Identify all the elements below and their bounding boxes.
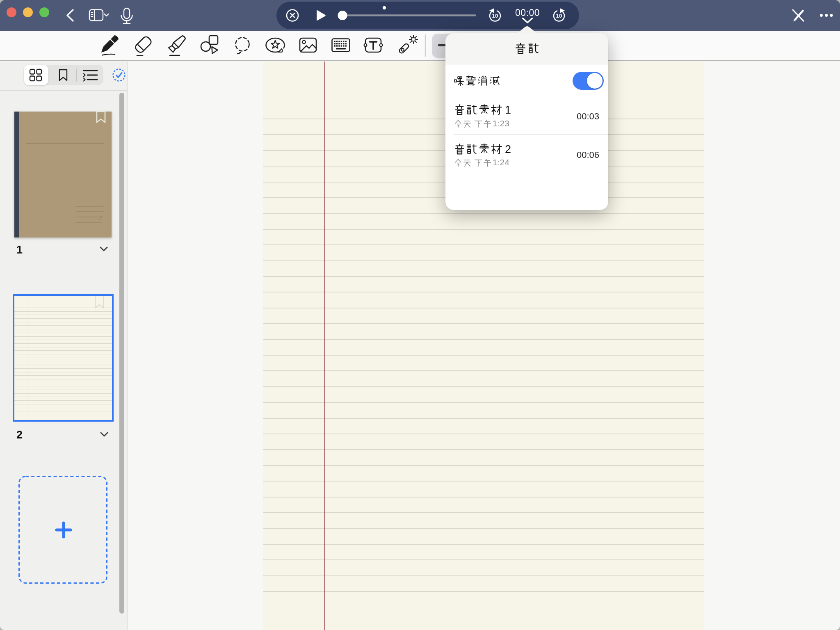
svg-text:10: 10 xyxy=(556,13,562,19)
svg-text:10: 10 xyxy=(492,13,498,19)
